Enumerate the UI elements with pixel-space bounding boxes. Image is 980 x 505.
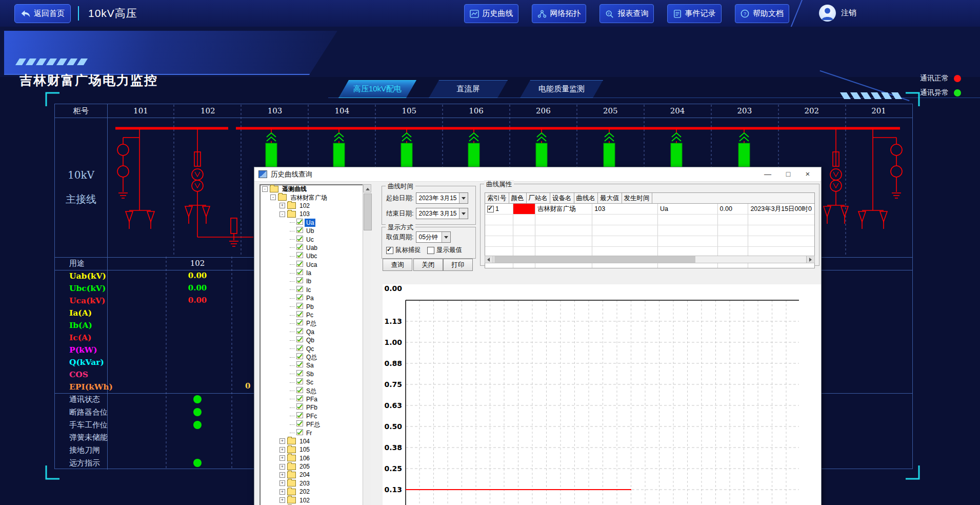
mouse-capture-checkbox[interactable]	[386, 247, 393, 254]
tree-item[interactable]: S总	[260, 386, 370, 395]
measurement-value: 0.00	[167, 283, 228, 293]
tree-item[interactable]: Qb	[260, 336, 370, 344]
tree-item[interactable]: Ic	[260, 286, 370, 294]
tree-item[interactable]: 203	[260, 479, 370, 488]
scroll-left-icon[interactable]	[485, 256, 493, 263]
tree-item[interactable]: 104	[260, 437, 370, 445]
scroll-thumb[interactable]	[364, 193, 372, 230]
curve-icon	[296, 277, 303, 285]
tree-item[interactable]: PFa	[260, 395, 370, 403]
tab-power-quality[interactable]: 电能质量监测	[520, 80, 603, 98]
event-log-button[interactable]: 事件记录	[667, 4, 722, 23]
chart-plot	[383, 284, 821, 505]
tree-item[interactable]: Uab	[260, 244, 370, 252]
tree-item[interactable]: PFc	[260, 412, 370, 420]
tab-hv-10kv[interactable]: 高压10kV配电	[338, 80, 416, 98]
tree-item[interactable]: P总	[260, 319, 370, 327]
tree-item[interactable]: Fr	[260, 429, 370, 437]
dropdown-arrow-icon[interactable]	[459, 193, 468, 203]
close-dialog-button[interactable]: 关闭	[413, 259, 443, 271]
help-doc-button[interactable]: ? 帮助文档	[735, 4, 789, 23]
end-date-picker[interactable]: 2023年 3月15	[416, 208, 468, 219]
history-curve-button[interactable]: 历史曲线	[464, 4, 518, 23]
tab-dc-screen[interactable]: 直流屏	[429, 80, 508, 98]
tree-item[interactable]: Sc	[260, 378, 370, 386]
dialog-titlebar[interactable]: 历史曲线查询 — □ ×	[254, 167, 821, 182]
tree-item[interactable]: 106	[260, 454, 370, 462]
tree-item[interactable]: Sb	[260, 370, 370, 378]
comm-normal-label: 通讯正常	[917, 74, 949, 83]
tree-connector	[290, 433, 295, 433]
usage-label: 用途	[69, 259, 85, 268]
expand-toggle-icon[interactable]	[279, 211, 285, 217]
show-max-checkbox[interactable]	[427, 247, 434, 254]
tree-item[interactable]: Ua	[260, 219, 370, 227]
tree-connector	[290, 332, 295, 332]
tree-item[interactable]: 105	[260, 445, 370, 454]
tree-item[interactable]: 204	[260, 471, 370, 479]
tree-item[interactable]: 吉林财富广场	[260, 193, 370, 201]
expand-toggle-icon[interactable]	[279, 438, 285, 444]
dropdown-arrow-icon[interactable]	[442, 232, 450, 242]
scroll-up-icon[interactable]	[363, 184, 371, 192]
attr-horizontal-scrollbar[interactable]	[485, 256, 815, 263]
expand-toggle-icon[interactable]	[279, 455, 285, 461]
tree-item[interactable]: Uca	[260, 261, 370, 269]
close-button[interactable]: ×	[801, 169, 815, 179]
tree-scrollbar[interactable]	[363, 184, 371, 505]
tree-item[interactable]: Qc	[260, 344, 370, 353]
user-avatar[interactable]	[819, 5, 836, 22]
tree-item[interactable]: Sa	[260, 361, 370, 370]
nav-label: 历史曲线	[483, 9, 513, 18]
report-query-button[interactable]: 报表查询	[599, 4, 654, 23]
minimize-button[interactable]: —	[761, 169, 775, 179]
tree-item[interactable]: Ia	[260, 269, 370, 277]
network-topology-button[interactable]: 网络拓扑	[532, 4, 586, 23]
expand-toggle-icon[interactable]	[279, 203, 285, 208]
tree-item[interactable]: PFb	[260, 403, 370, 412]
tree-item[interactable]: 102	[260, 496, 370, 504]
tree-item[interactable]: PF总	[260, 420, 370, 429]
tree-item[interactable]: 103	[260, 210, 370, 218]
back-home-button[interactable]: 返回首页	[14, 4, 71, 23]
comm-abnormal-label: 通讯异常	[917, 88, 949, 98]
question-glyph: ?	[744, 11, 746, 16]
tree-item[interactable]: 遥测曲线	[260, 185, 370, 193]
tree-item[interactable]: Qa	[260, 328, 370, 336]
tree-item[interactable]: Pb	[260, 302, 370, 310]
expand-toggle-icon[interactable]	[270, 195, 276, 200]
tree-item[interactable]: 102	[260, 202, 370, 210]
query-button[interactable]: 查询	[383, 259, 412, 271]
scroll-right-icon[interactable]	[806, 256, 814, 263]
attr-row[interactable]: 1 吉林财富广场 103 Ua 0.00 2023年3月15日00时0	[485, 204, 814, 215]
period-select[interactable]: 05分钟	[416, 231, 451, 243]
row-checkbox[interactable]	[487, 206, 494, 212]
print-button[interactable]: 打印	[443, 259, 473, 271]
mouse-capture-label: 鼠标捕捉	[395, 246, 421, 255]
tree-item[interactable]: Ub	[260, 227, 370, 235]
scroll-thumb[interactable]	[494, 256, 695, 263]
logout-button[interactable]: 注销	[841, 8, 856, 18]
tree-item-label: Pc	[305, 311, 315, 319]
tree-item[interactable]: Ubc	[260, 252, 370, 260]
tree-item[interactable]: Pa	[260, 294, 370, 302]
tree-item[interactable]: 202	[260, 488, 370, 496]
expand-toggle-icon[interactable]	[279, 489, 285, 495]
cabinet-number: 105	[375, 104, 443, 118]
tree-item[interactable]: Uc	[260, 235, 370, 243]
expand-toggle-icon[interactable]	[279, 480, 285, 486]
tree-item-label: Uab	[305, 244, 319, 252]
start-date-picker[interactable]: 2023年 3月15	[416, 192, 468, 204]
dropdown-arrow-icon[interactable]	[459, 208, 468, 219]
expand-toggle-icon[interactable]	[262, 186, 268, 192]
tree-item[interactable]: Pc	[260, 311, 370, 319]
expand-toggle-icon[interactable]	[279, 464, 285, 470]
expand-toggle-icon[interactable]	[279, 447, 285, 453]
tree-item[interactable]: Q总	[260, 353, 370, 361]
tree-item[interactable]: Ib	[260, 277, 370, 285]
tree-item[interactable]: 205	[260, 462, 370, 471]
maximize-button[interactable]: □	[781, 169, 795, 179]
expand-toggle-icon[interactable]	[279, 472, 285, 478]
tree-item-label: Sb	[305, 370, 315, 378]
expand-toggle-icon[interactable]	[279, 497, 285, 503]
